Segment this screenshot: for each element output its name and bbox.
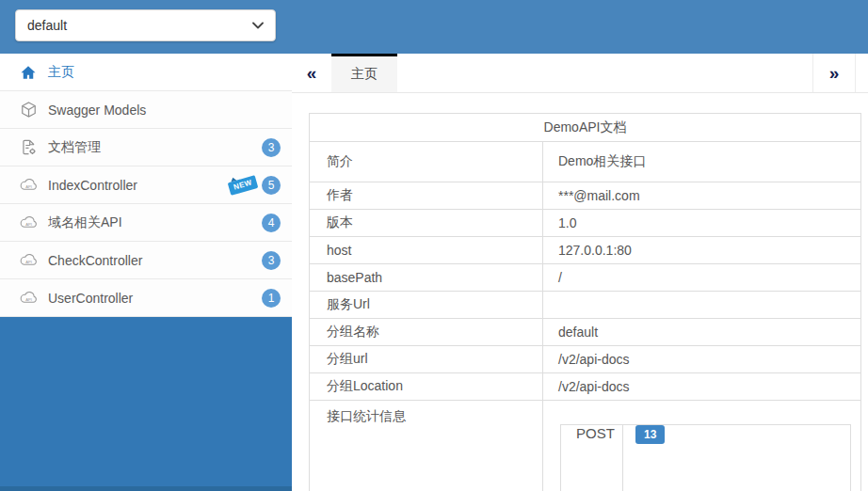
count-badge: 4 xyxy=(262,214,281,232)
sidebar-item-label: 域名相关API xyxy=(48,214,122,231)
content-area: DemoAPI文档 简介Demo相关接口作者***@mail.com版本1.0h… xyxy=(292,93,868,491)
doc-row-value: 1.0 xyxy=(543,210,861,237)
sidebar-item-domain-api[interactable]: API域名相关API4 xyxy=(0,204,292,242)
cloud-api-icon: API xyxy=(15,252,41,268)
svg-text:API: API xyxy=(25,260,32,264)
home-icon xyxy=(15,64,41,81)
method-count-badge: 13 xyxy=(635,425,665,444)
doc-row-value: default xyxy=(543,319,861,346)
method-count-cell: 13 xyxy=(623,425,851,491)
tab-scroll-left-button[interactable]: « xyxy=(292,54,331,92)
sidebar-item-user-controller[interactable]: APIUserController1 xyxy=(0,279,292,317)
chevron-down-icon xyxy=(252,22,264,29)
doc-table-row: 分组url/v2/api-docs xyxy=(310,346,861,373)
group-select-value: default xyxy=(27,18,67,33)
sidebar-bottom-strip xyxy=(0,486,292,491)
svg-text:API: API xyxy=(25,222,32,227)
sidebar-item-label: CheckController xyxy=(48,253,142,268)
svg-text:API: API xyxy=(25,297,32,302)
sidebar-item-label: 主页 xyxy=(48,64,74,81)
top-header: default xyxy=(0,0,868,54)
sidebar-item-label: Swagger Models xyxy=(48,103,146,118)
doc-table-stats-row: 接口统计信息 POST 13 xyxy=(310,401,861,491)
doc-table-row: host127.0.0.1:80 xyxy=(310,237,861,264)
doc-table-row: 作者***@mail.com xyxy=(310,182,861,210)
count-badge: 1 xyxy=(262,289,281,308)
sidebar-item-badges: 3 xyxy=(262,138,281,157)
sidebar-item-swagger-models[interactable]: Swagger Models xyxy=(0,91,292,129)
doc-row-label: 简介 xyxy=(310,142,543,182)
doc-row-label: 分组名称 xyxy=(310,319,543,346)
svg-text:API: API xyxy=(25,184,32,189)
doc-row-label: 分组Location xyxy=(310,373,543,401)
doc-row-value: /v2/api-docs xyxy=(543,346,861,373)
doc-row-label: host xyxy=(310,237,543,264)
tab-bar: « 主页 » » xyxy=(292,54,868,93)
sidebar-item-badges: 1 xyxy=(262,289,281,308)
tab-scroll-right-button[interactable]: » xyxy=(812,54,855,92)
doc-row-value: 127.0.0.1:80 xyxy=(543,237,861,264)
method-name: POST xyxy=(561,425,623,491)
doc-row-label: basePath xyxy=(310,264,543,292)
doc-table-row: 服务Url xyxy=(310,292,861,319)
sidebar-item-label: UserController xyxy=(48,291,133,306)
sidebar-item-index-controller[interactable]: APIIndexControllerNEW5 xyxy=(0,166,292,204)
sidebar-filler xyxy=(0,317,292,486)
tab-bar-spacer xyxy=(397,54,812,92)
sidebar-menu: Swagger Models文档管理3APIIndexControllerNEW… xyxy=(0,91,292,317)
doc-table-row: 分组名称default xyxy=(310,319,861,346)
sidebar-item-label: IndexController xyxy=(48,178,137,193)
doc-table-row: 分组Location/v2/api-docs xyxy=(310,373,861,401)
new-tag: NEW xyxy=(227,175,258,196)
cloud-api-icon: API xyxy=(15,177,41,193)
sidebar-item-badges: 4 xyxy=(262,214,281,232)
sidebar-item-badges: 3 xyxy=(262,251,281,270)
sidebar-item-check-controller[interactable]: APICheckController3 xyxy=(0,242,292,279)
main-area: « 主页 » » DemoAPI文档 简介Demo相关接口作者***@mail.… xyxy=(292,54,868,491)
doc-row-label: 版本 xyxy=(310,210,543,237)
api-doc-table: DemoAPI文档 简介Demo相关接口作者***@mail.com版本1.0h… xyxy=(309,113,861,491)
doc-row-value xyxy=(543,292,861,319)
sidebar: 主页 Swagger Models文档管理3APIIndexController… xyxy=(0,54,292,491)
cube-icon xyxy=(15,101,41,119)
doc-row-label: 分组url xyxy=(310,346,543,373)
sidebar-item-label: 文档管理 xyxy=(48,139,101,156)
count-badge: 3 xyxy=(262,251,281,270)
doc-table-title-row: DemoAPI文档 xyxy=(310,114,861,142)
cloud-api-icon: API xyxy=(15,214,41,230)
stats-row-label: 接口统计信息 xyxy=(310,401,543,491)
sidebar-item-home[interactable]: 主页 xyxy=(0,54,292,91)
method-stats-row: POST 13 xyxy=(561,425,851,491)
doc-row-value: ***@mail.com xyxy=(543,182,861,210)
doc-table-row: 版本1.0 xyxy=(310,210,861,237)
sidebar-item-badges: NEW5 xyxy=(229,176,281,195)
doc-row-label: 服务Url xyxy=(310,292,543,319)
group-select[interactable]: default xyxy=(15,9,276,41)
doc-gear-icon xyxy=(15,138,41,156)
count-badge: 5 xyxy=(262,176,281,195)
method-stats-table: POST 13 xyxy=(560,424,851,491)
stats-row-value: POST 13 xyxy=(543,401,861,491)
sidebar-item-doc-manage[interactable]: 文档管理3 xyxy=(0,129,292,166)
tab-overflow-button[interactable]: » xyxy=(855,54,868,92)
cloud-api-icon: API xyxy=(15,290,41,306)
doc-table-row: basePath/ xyxy=(310,264,861,292)
doc-table-row: 简介Demo相关接口 xyxy=(310,142,861,182)
count-badge: 3 xyxy=(262,138,281,157)
doc-table-title: DemoAPI文档 xyxy=(310,114,861,142)
tab-home[interactable]: 主页 xyxy=(331,54,397,92)
doc-row-value: / xyxy=(543,264,861,292)
doc-row-value: Demo相关接口 xyxy=(543,142,861,182)
doc-row-label: 作者 xyxy=(310,182,543,210)
doc-row-value: /v2/api-docs xyxy=(543,373,861,401)
